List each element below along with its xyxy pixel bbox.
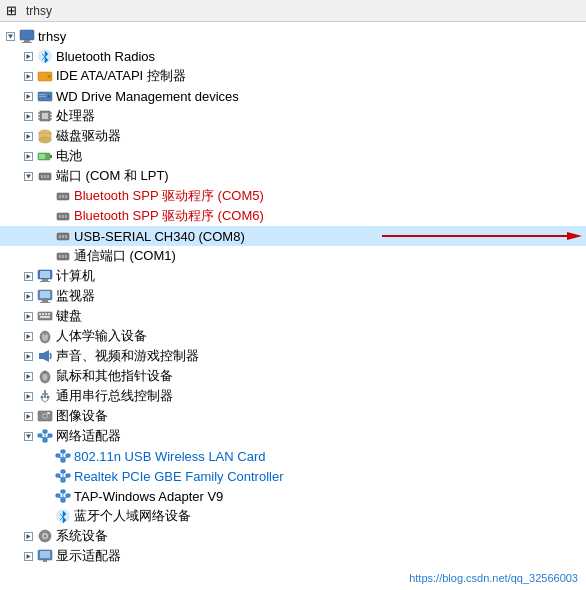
tree-item-processor[interactable]: 处理器 [0, 106, 586, 126]
tree-expander[interactable] [20, 168, 36, 184]
svg-rect-61 [65, 255, 67, 258]
node-icon-usb-serial-com8 [55, 228, 71, 244]
node-icon-bt-pan [55, 508, 71, 524]
tree-expander[interactable] [20, 428, 36, 444]
tree-item-mouse[interactable]: 鼠标和其他指针设备 [0, 366, 586, 386]
arrow-annotation [382, 228, 582, 244]
svg-rect-105 [47, 412, 50, 414]
tree-expander[interactable] [20, 328, 36, 344]
tree-expander[interactable] [20, 368, 36, 384]
tree-item-keyboard[interactable]: 键盘 [0, 306, 586, 326]
node-label-wifi-usb: 802.11n USB Wireless LAN Card [74, 449, 265, 464]
node-icon-port-com-lpt [37, 168, 53, 184]
svg-marker-90 [43, 350, 49, 362]
svg-rect-146 [43, 560, 47, 562]
tree-item-port-com-lpt[interactable]: 端口 (COM 和 LPT) [0, 166, 586, 186]
svg-rect-117 [66, 454, 70, 457]
tree-expander[interactable] [20, 268, 36, 284]
node-label-mouse: 鼠标和其他指针设备 [56, 367, 173, 385]
node-label-system-devices: 系统设备 [56, 527, 108, 545]
node-label-port-com-lpt: 端口 (COM 和 LPT) [56, 167, 169, 185]
tree-item-usb-serial-com8[interactable]: USB-SERIAL CH340 (COM8) [0, 226, 586, 246]
tree-item-tap-adapter[interactable]: TAP-Windows Adapter V9 [0, 486, 586, 506]
svg-line-134 [58, 497, 63, 498]
svg-rect-66 [42, 279, 48, 281]
tree-item-bluetooth-radios[interactable]: Bluetooth Radios [0, 46, 586, 66]
tree-expander[interactable] [20, 108, 36, 124]
svg-point-15 [48, 95, 51, 98]
tree-item-hid[interactable]: 人体学输入设备 [0, 326, 586, 346]
tree-expander[interactable] [20, 528, 36, 544]
titlebar-icon: ⊞ [6, 3, 22, 19]
node-label-monitor: 监视器 [56, 287, 95, 305]
tree-item-wifi-usb[interactable]: 802.11n USB Wireless LAN Card [0, 446, 586, 466]
svg-rect-67 [40, 281, 50, 282]
tree-item-bt-spp-com6[interactable]: Bluetooth SPP 驱动程序 (COM6) [0, 206, 586, 226]
tree-item-monitor[interactable]: 监视器 [0, 286, 586, 306]
tree-expander[interactable] [20, 128, 36, 144]
tree-item-ide[interactable]: IDE ATA/ATAPI 控制器 [0, 66, 586, 86]
node-label-disk: 磁盘驱动器 [56, 127, 121, 145]
node-label-realtek-gbe: Realtek PCIe GBE Family Controller [74, 469, 284, 484]
svg-point-95 [43, 374, 48, 381]
tree-item-disk[interactable]: 磁盘驱动器 [0, 126, 586, 146]
node-label-bt-pan: 蓝牙个人域网络设备 [74, 507, 191, 525]
svg-marker-57 [567, 232, 582, 240]
node-label-com1: 通信端口 (COM1) [74, 247, 176, 265]
svg-rect-109 [38, 434, 42, 437]
node-icon-battery [37, 148, 53, 164]
tree-item-network-adapter[interactable]: 网络适配器 [0, 426, 586, 446]
tree-item-bt-spp-com5[interactable]: Bluetooth SPP 驱动程序 (COM5) [0, 186, 586, 206]
tree-item-battery[interactable]: 电池 [0, 146, 586, 166]
svg-rect-78 [42, 313, 44, 315]
tree-expander[interactable] [20, 308, 36, 324]
svg-rect-116 [56, 454, 60, 457]
tree-expander[interactable] [20, 288, 36, 304]
tree-expander [38, 228, 54, 244]
tree-item-computer-node[interactable]: 计算机 [0, 266, 586, 286]
svg-point-11 [48, 75, 51, 78]
tree-item-display-adapter[interactable]: 显示适配器 [0, 546, 586, 566]
tree-expander[interactable] [20, 48, 36, 64]
tree-expander[interactable] [20, 148, 36, 164]
watermark: https://blog.csdn.net/qq_32566003 [409, 572, 578, 584]
svg-rect-55 [65, 235, 67, 238]
svg-rect-81 [40, 316, 50, 318]
tree-expander[interactable] [20, 88, 36, 104]
tree-expander[interactable] [20, 388, 36, 404]
svg-rect-77 [39, 313, 41, 315]
tree-expander[interactable] [2, 28, 18, 44]
svg-rect-21 [42, 113, 48, 119]
tree-item-imaging[interactable]: 图像设备 [0, 406, 586, 426]
node-label-bt-spp-com6: Bluetooth SPP 驱动程序 (COM6) [74, 207, 264, 225]
svg-line-128 [63, 477, 68, 478]
tree-expander[interactable] [20, 408, 36, 424]
node-icon-system-devices [37, 528, 53, 544]
tree-item-bt-pan[interactable]: 蓝牙个人域网络设备 [0, 506, 586, 526]
tree-item-system-devices[interactable]: 系统设备 [0, 526, 586, 546]
node-icon-monitor [37, 288, 53, 304]
svg-rect-43 [47, 175, 49, 178]
tree-item-wd-drive[interactable]: WD Drive Management devices [0, 86, 586, 106]
svg-rect-3 [24, 40, 30, 42]
tree-expander[interactable] [20, 68, 36, 84]
svg-line-113 [40, 437, 45, 438]
tree-item-realtek-gbe[interactable]: Realtek PCIe GBE Family Controller [0, 466, 586, 486]
tree-item-com1[interactable]: 通信端口 (COM1) [0, 246, 586, 266]
device-tree[interactable]: trhsyBluetooth RadiosIDE ATA/ATAPI 控制器WD… [0, 22, 586, 590]
svg-line-127 [58, 477, 63, 478]
tree-item-root[interactable]: trhsy [0, 26, 586, 46]
node-label-usb-serial-com8: USB-SERIAL CH340 (COM8) [74, 229, 245, 244]
tree-item-audio[interactable]: 声音、视频和游戏控制器 [0, 346, 586, 366]
node-icon-tap-adapter [55, 488, 71, 504]
tree-expander [38, 488, 54, 504]
titlebar: ⊞ trhsy [0, 0, 586, 22]
svg-rect-42 [44, 175, 46, 178]
tree-expander[interactable] [20, 348, 36, 364]
node-icon-usb-bus [37, 388, 53, 404]
tree-expander[interactable] [20, 548, 36, 564]
tree-item-usb-bus[interactable]: 通用串行总线控制器 [0, 386, 586, 406]
svg-rect-45 [59, 195, 61, 198]
svg-rect-72 [42, 300, 48, 302]
node-label-ide: IDE ATA/ATAPI 控制器 [56, 67, 186, 85]
